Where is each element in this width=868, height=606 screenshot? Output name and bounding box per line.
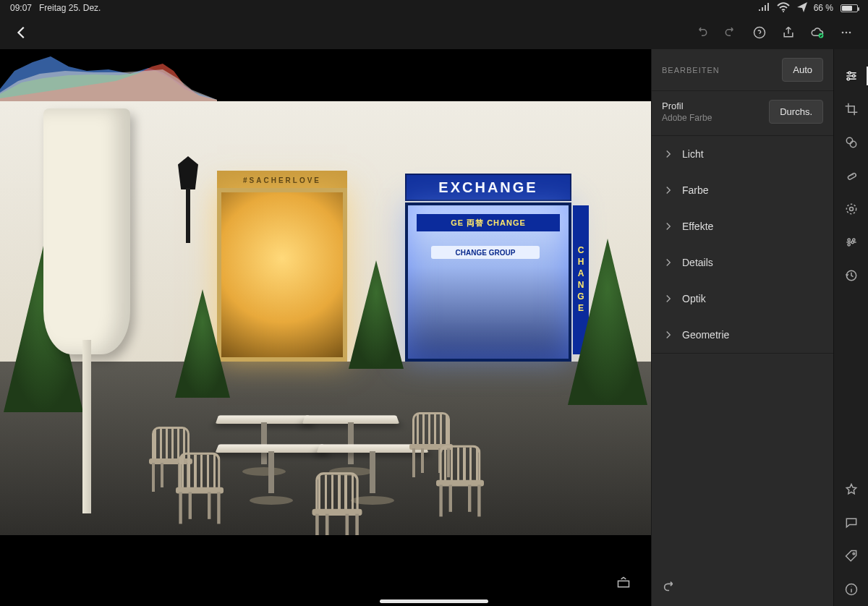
scene-exchange-inner: GE 両替 CHANGE	[417, 214, 560, 231]
status-bar: 09:07 Freitag 25. Dez. 66 %	[0, 0, 868, 16]
chevron-right-icon	[662, 219, 675, 234]
chevron-right-icon	[662, 255, 675, 270]
svg-rect-6	[618, 581, 629, 586]
svg-point-9	[847, 78, 849, 80]
section-geometrie[interactable]: Geometrie	[652, 317, 833, 353]
chevron-right-icon	[662, 328, 675, 342]
info-button[interactable]	[834, 573, 869, 606]
scene-lamp	[178, 156, 198, 243]
auto-button[interactable]: Auto	[782, 58, 823, 82]
section-optik[interactable]: Optik	[652, 281, 833, 317]
keywords-button[interactable]	[834, 539, 869, 573]
tool-versions[interactable]	[834, 259, 869, 292]
svg-point-8	[852, 74, 854, 77]
image-stage[interactable]: EXCHANGE GE 両替 CHANGE CHANGE GROUP CHANG…	[0, 49, 651, 606]
status-time: 09:07	[10, 3, 32, 13]
more-button[interactable]	[832, 20, 861, 46]
cloud-sync-button[interactable]	[803, 20, 832, 46]
status-date: Freitag 25. Dez.	[39, 3, 101, 13]
svg-point-5	[849, 32, 851, 34]
rate-star-button[interactable]	[834, 473, 869, 506]
scene-chair	[307, 472, 367, 535]
panel-undo-button[interactable]	[662, 579, 678, 597]
scene-chair	[171, 452, 228, 525]
photo-preview[interactable]: EXCHANGE GE 両替 CHANGE CHANGE GROUP CHANG…	[0, 101, 651, 535]
filmstrip-toggle-button[interactable]	[613, 574, 634, 590]
section-effekte[interactable]: Effekte	[652, 208, 833, 244]
edit-panel: BEARBEITEN Auto Profil Adobe Farbe Durch…	[651, 49, 833, 606]
section-label: Effekte	[682, 221, 713, 232]
svg-point-1	[754, 27, 765, 38]
histogram[interactable]	[0, 49, 217, 101]
svg-rect-12	[847, 173, 856, 180]
edit-panel-title: BEARBEITEN	[662, 66, 720, 74]
svg-point-14	[849, 208, 853, 211]
profile-value: Adobe Farbe	[662, 113, 712, 123]
section-details[interactable]: Details	[652, 244, 833, 281]
battery-percent: 66 %	[814, 3, 833, 13]
svg-point-17	[848, 244, 850, 246]
scene-umbrella	[43, 101, 130, 499]
section-label: Optik	[682, 293, 706, 304]
svg-point-13	[846, 204, 856, 213]
svg-point-18	[851, 241, 854, 243]
section-label: Details	[682, 257, 713, 268]
svg-point-15	[848, 239, 850, 241]
svg-point-3	[842, 32, 844, 34]
tool-presets[interactable]	[834, 126, 869, 159]
tool-masking[interactable]	[834, 192, 869, 226]
scene-chair	[431, 445, 488, 518]
scene-exchange-sign: EXCHANGE	[405, 174, 571, 201]
svg-point-11	[850, 141, 856, 147]
redo-button[interactable]	[687, 20, 716, 46]
section-label: Geometrie	[682, 329, 729, 341]
svg-point-20	[853, 552, 855, 555]
comments-button[interactable]	[834, 506, 869, 539]
cellular-signal-icon	[757, 0, 772, 17]
home-indicator[interactable]	[380, 599, 488, 603]
back-button[interactable]	[7, 20, 36, 46]
wifi-icon	[776, 0, 791, 17]
tool-edit-sliders[interactable]	[834, 59, 869, 93]
scene-cafe-sign: #SACHERLOVE	[217, 171, 347, 189]
chevron-right-icon	[662, 147, 675, 161]
svg-point-10	[846, 137, 852, 143]
svg-point-7	[848, 72, 850, 74]
chevron-right-icon	[662, 183, 675, 197]
profile-browse-button[interactable]: Durchs.	[769, 100, 823, 124]
svg-point-4	[846, 32, 848, 34]
tool-selective[interactable]	[834, 226, 869, 259]
scene-exchange-brand: CHANGE GROUP	[431, 246, 540, 259]
share-button[interactable]	[774, 20, 803, 46]
profile-label: Profil	[662, 101, 712, 111]
section-label: Licht	[682, 148, 704, 160]
svg-point-0	[783, 11, 784, 12]
location-icon	[795, 0, 809, 17]
help-button[interactable]	[745, 20, 774, 46]
tool-healing[interactable]	[834, 159, 869, 192]
undo-button[interactable]	[716, 20, 745, 46]
section-farbe[interactable]: Farbe	[652, 172, 833, 208]
tool-crop[interactable]	[834, 93, 869, 126]
top-toolbar	[0, 16, 868, 49]
section-label: Farbe	[682, 184, 709, 196]
section-licht[interactable]: Licht	[652, 136, 833, 172]
battery-icon	[838, 4, 858, 12]
chevron-right-icon	[662, 291, 675, 306]
tool-rail	[833, 49, 868, 606]
